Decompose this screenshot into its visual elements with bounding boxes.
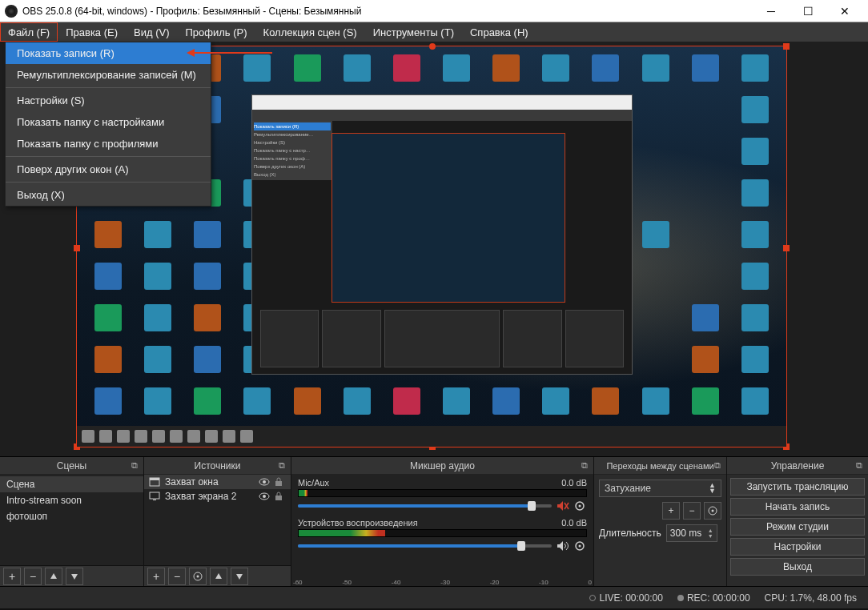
mixer-title: Микшер аудио (410, 460, 475, 472)
scene-item[interactable]: Сцена (0, 476, 143, 492)
undock-icon[interactable]: ⧉ (579, 460, 590, 471)
status-live: LIVE: 00:00:00 (589, 592, 662, 604)
start-streaming-button[interactable]: Запустить трансляцию (730, 478, 865, 496)
window-capture-icon (149, 476, 160, 488)
menu-help[interactable]: Справка (H) (462, 22, 536, 42)
controls-panel-header[interactable]: Управление ⧉ (727, 457, 868, 475)
source-move-up-button[interactable] (210, 568, 227, 585)
window-close-button[interactable]: ✕ (826, 0, 863, 22)
source-label: Захват окна (165, 476, 219, 488)
annotation-arrow-head (187, 49, 195, 57)
window-maximize-button[interactable]: ☐ (790, 0, 826, 22)
scene-item[interactable]: Intro-stream soon (0, 492, 143, 508)
duration-value: 300 ms (670, 528, 701, 539)
annotation-arrow (192, 52, 272, 54)
docks-row: Сцены ⧉ Сцена Intro-stream soon фотошоп … (0, 456, 868, 586)
display-capture-icon (149, 491, 160, 502)
menu-item-remux[interactable]: Ремультиплексирование записей (M) (6, 64, 211, 86)
meter-scale: -60-50-40-30-20-100 (291, 475, 593, 586)
menu-view[interactable]: Вид (V) (126, 22, 177, 42)
scene-move-up-button[interactable] (45, 568, 62, 585)
transition-add-button[interactable]: + (662, 502, 680, 520)
spin-buttons[interactable]: ▲▼ (708, 528, 713, 539)
menu-tools[interactable]: Инструменты (T) (365, 22, 462, 42)
undock-icon[interactable]: ⧉ (712, 460, 723, 471)
svg-point-8 (263, 495, 266, 498)
live-indicator-icon (589, 595, 596, 601)
undock-icon[interactable]: ⧉ (854, 460, 865, 471)
menu-separator (6, 182, 211, 183)
menu-file[interactable]: Файл (F) (0, 22, 58, 42)
transition-properties-button[interactable] (704, 502, 721, 520)
scene-add-button[interactable]: + (3, 568, 21, 585)
undock-icon[interactable]: ⧉ (276, 460, 287, 471)
source-item[interactable]: Захват окна (144, 475, 291, 489)
mixer-channel: Устройство воспроизведения 0.0 dB -60-50… (291, 515, 593, 555)
menu-scene-collection[interactable]: Коллекция сцен (S) (255, 22, 365, 42)
scene-remove-button[interactable]: − (24, 568, 42, 585)
status-cpu: CPU: 1.7%, 48.00 fps (765, 592, 857, 604)
selection-handle[interactable] (74, 245, 80, 251)
svg-point-11 (197, 575, 199, 577)
svg-point-3 (263, 480, 266, 484)
sources-title: Источники (195, 460, 241, 472)
scenes-panel-header[interactable]: Сцены ⧉ (0, 457, 143, 475)
source-item[interactable]: Захват экрана 2 (144, 489, 291, 504)
svg-rect-1 (150, 478, 159, 480)
exit-button[interactable]: Выход (730, 558, 865, 576)
controls-panel: Управление ⧉ Запустить трансляцию Начать… (727, 457, 868, 586)
titlebar: OBS 25.0.8 (64-bit, windows) - Профиль: … (0, 0, 868, 22)
transitions-title: Переходы между сценами (606, 461, 713, 471)
sources-panel: Источники ⧉ Захват окна Захват экрана 2 … (144, 457, 291, 586)
settings-button[interactable]: Настройки (730, 538, 865, 556)
volume-slider[interactable] (298, 544, 552, 548)
menu-separator (6, 156, 211, 157)
source-visibility-toggle[interactable] (259, 478, 270, 486)
svg-rect-4 (275, 481, 282, 486)
menu-item-settings[interactable]: Настройки (S) (6, 90, 211, 111)
source-add-button[interactable]: + (147, 568, 165, 585)
menu-item-exit[interactable]: Выход (X) (6, 184, 211, 206)
duration-spinbox[interactable]: 300 ms ▲▼ (666, 524, 717, 542)
menu-item-show-recordings[interactable]: Показать записи (R) (6, 42, 211, 64)
transitions-panel-header[interactable]: Переходы между сценами ⧉ (594, 457, 726, 475)
selection-handle[interactable] (783, 43, 790, 50)
source-lock-toggle[interactable] (275, 477, 286, 487)
window-minimize-button[interactable]: ─ (753, 0, 790, 22)
scene-move-down-button[interactable] (66, 568, 83, 585)
source-move-down-button[interactable] (231, 568, 248, 585)
undock-icon[interactable]: ⧉ (129, 460, 140, 471)
preview-nested-window: Показать записи (R) Ремультиплексировани… (251, 94, 633, 375)
source-properties-button[interactable] (189, 568, 207, 585)
status-rec: REC: 00:00:00 (677, 592, 750, 604)
mixer-panel: Микшер аудио ⧉ Mic/Aux 0.0 dB -60-50-40-… (291, 457, 594, 586)
svg-rect-6 (153, 500, 156, 500)
controls-title: Управление (771, 460, 825, 472)
mixer-panel-header[interactable]: Микшер аудио ⧉ (291, 457, 593, 475)
menu-edit[interactable]: Правка (E) (58, 22, 126, 42)
duration-label: Длительность (599, 528, 661, 539)
menu-item-always-on-top[interactable]: Поверх других окон (A) (6, 159, 211, 180)
preview-taskbar (77, 426, 786, 447)
menu-item-settings-folder[interactable]: Показать папку с настройками (6, 111, 211, 133)
transition-remove-button[interactable]: − (683, 502, 701, 520)
source-remove-button[interactable]: − (168, 568, 186, 585)
source-lock-toggle[interactable] (275, 492, 286, 501)
transition-select[interactable]: Затухание ▲▼ (599, 480, 721, 497)
studio-mode-button[interactable]: Режим студии (730, 518, 865, 536)
menu-profile[interactable]: Профиль (P) (178, 22, 255, 42)
source-label: Захват экрана 2 (165, 491, 236, 502)
start-recording-button[interactable]: Начать запись (730, 498, 865, 516)
selection-handle[interactable] (783, 245, 790, 251)
menu-separator (6, 87, 211, 88)
scene-item[interactable]: фотошоп (0, 508, 143, 524)
file-menu-dropdown: Показать записи (R) Ремультиплексировани… (5, 42, 211, 207)
rec-indicator-icon (677, 595, 684, 601)
svg-rect-5 (150, 492, 159, 499)
menu-item-profiles-folder[interactable]: Показать папку с профилями (6, 133, 211, 155)
annotation-dot (429, 43, 436, 50)
source-visibility-toggle[interactable] (259, 492, 270, 500)
transition-selected: Затухание (605, 483, 651, 494)
sources-panel-header[interactable]: Источники ⧉ (144, 457, 291, 475)
status-bar: LIVE: 00:00:00 REC: 00:00:00 CPU: 1.7%, … (0, 586, 868, 608)
